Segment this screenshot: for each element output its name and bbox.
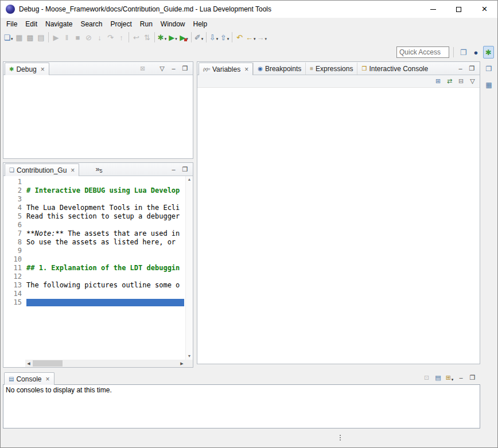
horizontal-scrollbar-thumb[interactable] bbox=[33, 360, 63, 367]
minimize-view-button[interactable]: – bbox=[169, 164, 178, 174]
maximize-view-button[interactable]: ❐ bbox=[180, 63, 190, 73]
right-trim-bar: ❐▦ bbox=[482, 63, 496, 91]
editor-header: ❏Contribution_Gu× » 5 –❐ bbox=[3, 163, 193, 176]
menu-run[interactable]: Run bbox=[136, 19, 157, 29]
dropdown-arrow-icon[interactable] bbox=[227, 32, 229, 42]
scroll-left-icon[interactable] bbox=[25, 360, 32, 367]
dropdown-arrow-icon[interactable] bbox=[254, 32, 256, 42]
code-line[interactable]: ## 1. Explanation of the LDT debuggin bbox=[26, 264, 185, 272]
code-line[interactable]: Read this section to setup a debugger bbox=[26, 212, 185, 221]
close-button[interactable] bbox=[472, 1, 497, 18]
maximize-view-button[interactable]: ❐ bbox=[468, 373, 477, 383]
code-line[interactable] bbox=[26, 298, 185, 307]
dropdown-arrow-icon[interactable] bbox=[452, 373, 454, 383]
tab-breakpoints[interactable]: ◉Breakpoints bbox=[253, 63, 305, 75]
dropdown-arrow-icon[interactable] bbox=[216, 32, 219, 42]
code-line[interactable] bbox=[26, 195, 185, 204]
search-button[interactable]: ✐ bbox=[193, 31, 204, 44]
code-line[interactable]: The following pictures outline some o bbox=[26, 281, 185, 290]
code-line[interactable] bbox=[26, 255, 185, 264]
variables-view-content[interactable] bbox=[197, 88, 480, 364]
dropdown-arrow-icon[interactable] bbox=[11, 32, 13, 42]
tab-debug[interactable]: ✱Debug× bbox=[5, 63, 49, 75]
console-view-content[interactable]: No consoles to display at this time. bbox=[3, 384, 480, 428]
close-tab-icon[interactable]: × bbox=[41, 66, 45, 73]
maximize-view-button[interactable]: ❐ bbox=[467, 63, 477, 73]
code-line[interactable] bbox=[26, 290, 185, 298]
maximize-view-button[interactable]: ❐ bbox=[180, 164, 190, 174]
dropdown-arrow-icon[interactable] bbox=[201, 32, 204, 42]
code-line[interactable]: **Note:** The assets that are used in bbox=[26, 229, 185, 238]
remove-all-terminated-icon: ⊠ bbox=[140, 65, 145, 72]
editor-tab-overflow-button[interactable]: » 5 bbox=[93, 164, 104, 175]
menu-project[interactable]: Project bbox=[106, 19, 135, 29]
editor-horizontal-scrollbar[interactable] bbox=[25, 360, 185, 367]
print-icon: ▤ bbox=[37, 34, 44, 41]
dropdown-arrow-icon[interactable] bbox=[175, 32, 177, 42]
debug-view-content[interactable] bbox=[3, 75, 193, 158]
secondary-toolbar: Quick Access ❐●✱ bbox=[1, 45, 497, 60]
menu-file[interactable]: File bbox=[2, 19, 21, 29]
status-bar-drag-handle[interactable] bbox=[340, 435, 341, 441]
tab-variables[interactable]: (x)=Variables× bbox=[199, 63, 253, 75]
toolbar-separator bbox=[232, 32, 232, 42]
open-console-button[interactable]: ⊞ bbox=[445, 373, 454, 383]
minimize-view-button[interactable]: – bbox=[456, 63, 465, 73]
menu-help[interactable]: Help bbox=[189, 19, 212, 29]
tab-console[interactable]: ▤Console× bbox=[4, 372, 55, 385]
menu-search[interactable]: Search bbox=[76, 19, 106, 29]
run-button[interactable]: ▶ bbox=[168, 31, 178, 44]
code-line[interactable] bbox=[26, 272, 185, 281]
scroll-right-icon[interactable] bbox=[178, 360, 185, 367]
lua-perspective-button[interactable]: ● bbox=[470, 46, 481, 59]
dropdown-arrow-icon[interactable] bbox=[265, 32, 267, 42]
tab-interactive-console[interactable]: ❒Interactive Console bbox=[357, 63, 432, 75]
view-menu-button[interactable]: ▽ bbox=[468, 76, 477, 87]
debug-perspective-button[interactable]: ✱ bbox=[483, 46, 494, 59]
menu-navigate[interactable]: Navigate bbox=[41, 19, 76, 29]
menu-window[interactable]: Window bbox=[157, 19, 189, 29]
show-type-names-button[interactable]: ⊞ bbox=[433, 76, 443, 87]
editor-vertical-scrollbar[interactable] bbox=[185, 176, 193, 360]
last-edit-location-button[interactable]: ↶ bbox=[234, 31, 245, 44]
code-line[interactable]: So use the assets as listed here, or bbox=[26, 238, 185, 247]
tab-expressions[interactable]: ≡Expressions bbox=[305, 63, 357, 75]
display-selected-console-button[interactable]: ▤ bbox=[433, 373, 443, 383]
minimize-button[interactable] bbox=[420, 1, 446, 18]
quick-access-input[interactable]: Quick Access bbox=[396, 46, 449, 58]
code-line[interactable] bbox=[26, 221, 185, 229]
code-line[interactable]: The Lua Development Tools in the Ecli bbox=[26, 204, 185, 212]
restore-view-stack-2-button[interactable]: ▦ bbox=[484, 79, 495, 91]
debug-button[interactable]: ✱ bbox=[157, 31, 168, 44]
horizontal-sash-console[interactable] bbox=[3, 368, 480, 371]
view-menu-button[interactable]: ▽ bbox=[157, 63, 167, 73]
line-number: 1 bbox=[3, 178, 22, 186]
previous-annotation-button[interactable]: ⇧ bbox=[219, 31, 230, 44]
close-tab-icon[interactable]: × bbox=[244, 66, 248, 73]
code-line[interactable]: # Interactive DEBUG using Lua Develop bbox=[26, 186, 185, 195]
code-line[interactable] bbox=[26, 178, 185, 186]
close-tab-icon[interactable]: × bbox=[45, 376, 49, 383]
back-button[interactable]: ← bbox=[245, 31, 256, 44]
scroll-up-icon[interactable] bbox=[186, 176, 193, 183]
collapse-all-button[interactable]: ⊟ bbox=[456, 76, 466, 87]
vertical-sash[interactable] bbox=[193, 61, 197, 364]
code-area[interactable]: # Interactive DEBUG using Lua DevelopThe… bbox=[25, 176, 185, 360]
open-perspective-button[interactable]: ❐ bbox=[458, 46, 469, 59]
menu-edit[interactable]: Edit bbox=[21, 19, 41, 29]
horizontal-sash-debug-editor[interactable] bbox=[3, 159, 193, 162]
remove-all-terminated-button: ⊠ bbox=[138, 63, 147, 73]
new-wizard-button[interactable]: ❏ bbox=[3, 31, 14, 44]
restore-view-stack-1-button[interactable]: ❐ bbox=[484, 63, 495, 75]
next-annotation-button[interactable]: ⇩ bbox=[208, 31, 219, 44]
maximize-button[interactable] bbox=[446, 1, 472, 18]
minimize-view-button[interactable]: – bbox=[456, 373, 466, 383]
close-tab-icon[interactable]: × bbox=[71, 167, 75, 174]
scroll-down-icon[interactable] bbox=[186, 353, 193, 360]
dropdown-arrow-icon[interactable] bbox=[165, 32, 167, 42]
minimize-view-button[interactable]: – bbox=[169, 63, 178, 73]
external-tools-button[interactable]: ▶ bbox=[178, 31, 189, 44]
tab-contribution-gu[interactable]: ❏Contribution_Gu× bbox=[5, 163, 79, 176]
show-logical-structures-button[interactable]: ⇄ bbox=[445, 76, 454, 87]
code-line[interactable] bbox=[26, 247, 185, 255]
